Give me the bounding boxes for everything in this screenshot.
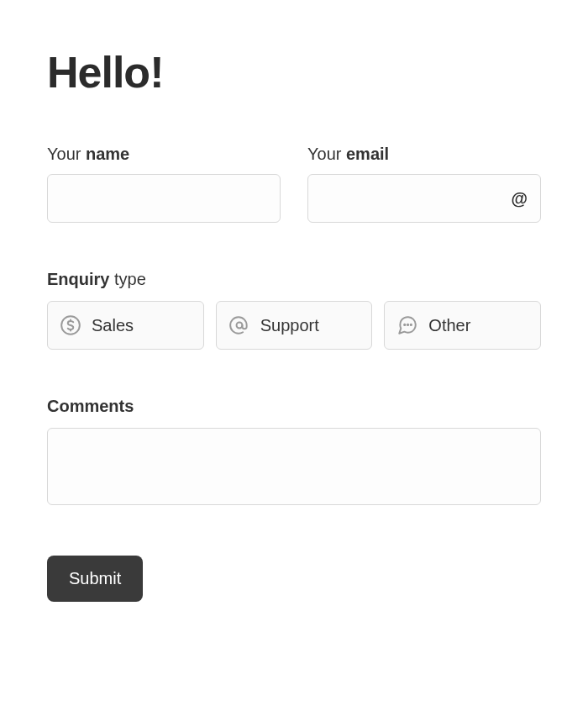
enquiry-label-suffix: type [109,270,145,288]
svg-point-5 [407,324,408,325]
name-email-row: Your name Your email @ [47,145,541,223]
name-label-prefix: Your [47,145,86,163]
comments-label: Comments [47,397,541,416]
comments-label-text: Comments [47,397,134,415]
enquiry-option-other-label: Other [428,316,470,335]
email-label-bold: email [346,145,389,163]
chat-bubble-icon [396,314,418,336]
enquiry-option-sales[interactable]: Sales [47,301,204,350]
svg-point-6 [411,324,412,325]
enquiry-option-other[interactable]: Other [384,301,541,350]
enquiry-label: Enquiry type [47,270,541,289]
svg-point-3 [236,323,242,329]
svg-point-4 [404,324,405,325]
enquiry-options: Sales Support Other [47,301,541,350]
email-field: Your email @ [307,145,541,223]
enquiry-option-sales-label: Sales [92,316,134,335]
email-input[interactable] [307,174,541,223]
name-label: Your name [47,145,281,164]
submit-button[interactable]: Submit [47,556,143,602]
enquiry-section: Enquiry type Sales Support [47,270,541,350]
comments-section: Comments [47,397,541,556]
email-label-prefix: Your [307,145,346,163]
enquiry-label-bold: Enquiry [47,270,109,288]
enquiry-option-support[interactable]: Support [216,301,373,350]
email-label: Your email [307,145,541,164]
name-label-bold: name [86,145,129,163]
comments-textarea[interactable] [47,428,541,505]
email-input-wrap: @ [307,174,541,223]
enquiry-option-support-label: Support [260,316,319,335]
at-circle-icon [228,314,250,336]
name-input[interactable] [47,174,281,223]
page-title: Hello! [47,47,541,97]
name-field: Your name [47,145,281,223]
dollar-circle-icon [60,314,81,336]
